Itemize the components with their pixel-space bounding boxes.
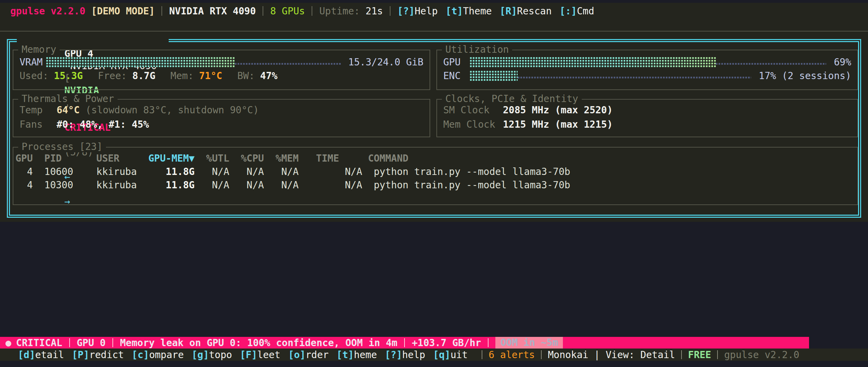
alerts-count[interactable]: 6 alerts — [489, 349, 535, 360]
column-header-pid[interactable]: PID — [33, 153, 62, 164]
status-shortcuts: [d]etail [P]redict [c]ompare [g]topo [F]… — [18, 349, 475, 360]
shortcut-rder[interactable]: [o]rder — [288, 349, 335, 360]
bw-value: 47% — [260, 70, 278, 81]
shortcut-key[interactable]: [c] — [132, 349, 149, 360]
divider — [112, 338, 113, 347]
shortcut-key[interactable]: [o] — [288, 349, 306, 360]
shortcut-key[interactable]: [F] — [240, 349, 257, 360]
shortcut-key[interactable]: [?] — [385, 349, 402, 360]
memory-panel-title: Memory — [18, 44, 60, 55]
shortcut-etail[interactable]: [d]etail — [18, 349, 70, 360]
process-cell: 11.8G — [143, 179, 195, 191]
processes-panel-title: Processes [23] — [18, 141, 106, 152]
shortcut-label: Theme — [463, 5, 497, 17]
header-separator-line — [0, 31, 868, 31]
shortcut-help[interactable]: [?]help — [385, 349, 431, 360]
shortcut-topo[interactable]: [g]topo — [192, 349, 238, 360]
process-row[interactable]: 4 10300 kkiruba 11.8G N/A N/A N/A N/A py… — [15, 178, 857, 192]
process-cell: kkiruba — [73, 179, 143, 191]
gpu-detail-panel: GPU 4 NVIDIA RTX 4090 [ NVIDIA ] CRITICA… — [7, 39, 861, 218]
free-value: 8.7G — [132, 70, 155, 81]
gpu-util-value: 69% — [834, 56, 851, 68]
shortcut-label: redict — [89, 349, 130, 360]
divider — [263, 6, 263, 16]
process-table-header: GPU PID USER GPU-MEM▼ %UTL %CPU %MEM TIM… — [15, 152, 857, 165]
divider — [69, 338, 70, 347]
alert-message: Memory leak on GPU 0: 100% confidence, O… — [120, 337, 397, 349]
used-value: 15.3G — [54, 70, 83, 81]
column-header-time[interactable]: TIME — [299, 153, 339, 164]
process-cell: N/A — [264, 179, 299, 191]
gpu-util-label: GPU — [443, 56, 470, 68]
uptime-value: 21s — [365, 5, 383, 17]
column-header-gpu[interactable]: GPU — [15, 153, 33, 164]
critical-alert-bar[interactable]: ● CRITICAL GPU 0 Memory leak on GPU 0: 1… — [0, 337, 809, 349]
divider — [488, 338, 489, 347]
process-cell: N/A — [229, 179, 264, 191]
divider — [681, 350, 682, 359]
shortcut-key[interactable]: [?] — [397, 5, 415, 17]
shortcut-uit[interactable]: [q]uit — [433, 349, 473, 360]
gpulse-app: gpulse v2.2.0 [DEMO MODE] NVIDIA RTX 409… — [0, 0, 868, 367]
demo-mode-badge: [DEMO MODE] — [91, 5, 155, 17]
shortcut-key[interactable]: [P] — [72, 349, 89, 360]
app-title: gpulse v2.2.0 — [10, 5, 85, 17]
memtemp-label: Mem: — [170, 70, 193, 81]
process-cell: N/A — [229, 166, 264, 177]
shortcut-redict[interactable]: [P]redict — [72, 349, 130, 360]
shortcut-key[interactable]: [:] — [559, 5, 577, 17]
license-badge: FREE — [688, 349, 711, 360]
alert-dot-icon: ● — [5, 337, 11, 349]
shortcut-label: Cmd — [577, 5, 600, 17]
shortcut-key[interactable]: [d] — [18, 349, 35, 360]
process-cell: 4 — [15, 179, 33, 191]
divider — [541, 350, 542, 359]
shortcut-ompare[interactable]: [c]ompare — [132, 349, 190, 360]
process-table: GPU PID USER GPU-MEM▼ %UTL %CPU %MEM TIM… — [13, 148, 857, 192]
alert-severity: CRITICAL — [16, 337, 62, 349]
shortcut-key[interactable]: [q] — [433, 349, 450, 360]
sm-clock-value: 2085 MHz (max 2520) — [503, 104, 613, 116]
process-cell: N/A — [195, 166, 229, 177]
column-header-mem[interactable]: %MEM — [264, 153, 299, 164]
fans-label: Fans — [20, 119, 57, 130]
shortcut-label: etail — [35, 349, 70, 360]
bw-label: BW: — [237, 70, 255, 81]
vram-usage-bar — [46, 57, 341, 67]
shortcut-key[interactable]: [g] — [192, 349, 209, 360]
version-label: gpulse v2.2.0 — [724, 349, 799, 360]
utilization-panel: Utilization GPU 69% ENC — [436, 50, 858, 90]
enc-util-value: 17% (2 sessions) — [759, 70, 851, 81]
gpu-util-bar — [470, 57, 826, 67]
shortcut-rescan[interactable]: [R]Rescan — [500, 5, 558, 17]
shortcut-heme[interactable]: [t]heme — [337, 349, 383, 360]
memtemp-value: 71°C — [199, 70, 222, 81]
process-cell: N/A — [264, 166, 299, 177]
clocks-panel: Clocks, PCIe & Identity SM Clock 2085 MH… — [436, 99, 858, 137]
shortcut-key[interactable]: [t] — [337, 349, 354, 360]
column-header-user[interactable]: USER — [62, 153, 120, 164]
column-header-utl[interactable]: %UTL — [195, 153, 229, 164]
process-cell: N/A — [299, 179, 362, 191]
shortcut-cmd[interactable]: [:]Cmd — [559, 5, 600, 17]
gpu-model: NVIDIA RTX 4090 — [169, 5, 256, 17]
free-label: Free: — [98, 70, 127, 81]
shortcut-help[interactable]: [?]Help — [397, 5, 444, 17]
divider — [312, 6, 312, 16]
process-row[interactable]: 4 10600 kkiruba 11.8G N/A N/A N/A N/A py… — [15, 165, 857, 178]
mem-clock-value: 1215 MHz (max 1215) — [503, 119, 613, 130]
used-label: Used: — [20, 70, 48, 81]
temp-label: Temp — [20, 104, 57, 116]
shortcut-leet[interactable]: [F]leet — [240, 349, 286, 360]
shortcut-key[interactable]: [R] — [500, 5, 517, 17]
column-header-gpumem[interactable]: GPU-MEM▼ — [119, 153, 194, 164]
column-header-cpu[interactable]: %CPU — [229, 153, 264, 164]
vram-label: VRAM — [20, 56, 46, 68]
shortcut-key[interactable]: [t] — [446, 5, 463, 17]
shortcut-label: ompare — [149, 349, 190, 360]
column-header-command[interactable]: COMMAND — [339, 153, 408, 164]
process-cell: kkiruba — [73, 166, 143, 177]
thermals-panel: Thermals & Power Temp 64°C (slowdown 83°… — [13, 99, 430, 137]
shortcut-theme[interactable]: [t]Theme — [446, 5, 498, 17]
top-bar: gpulse v2.2.0 [DEMO MODE] NVIDIA RTX 409… — [0, 3, 868, 19]
